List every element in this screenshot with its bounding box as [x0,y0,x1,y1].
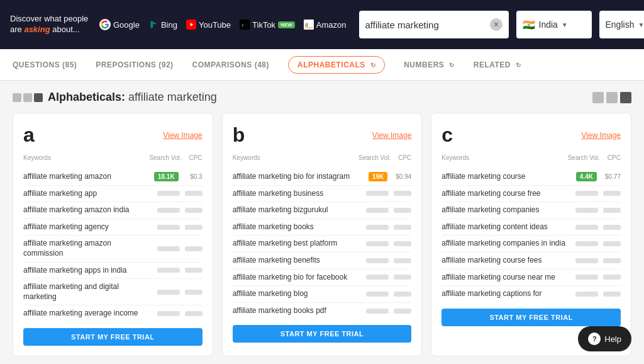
tiktok-icon: ♪ [240,20,250,30]
keyword-row: affiliate marketing companies [441,202,621,219]
language-selector[interactable]: English ▼ [599,11,645,38]
stat-bar [575,191,598,196]
th-searchvol-b: Search Vol. [358,154,391,161]
stat-bar-cpc [394,258,411,263]
view-btn-grid[interactable] [592,92,604,103]
keyword-text: affiliate marketing blog [233,289,367,299]
card-a-view-image[interactable]: View Image [163,131,202,140]
keyword-stats: 4.4K $0.77 [576,172,621,181]
stat-bar-cpc [394,309,411,314]
card-a-letter: a [23,123,35,147]
keyword-stats [157,311,203,316]
stat-bar [157,268,180,273]
stat-bar-cpc [394,292,411,297]
card-b: b View Image Keywords Search Vol. CPC af… [222,113,423,356]
keyword-row: affiliate marketing course near me [441,270,621,287]
tab-comparisons[interactable]: COMPARISONS (48) [192,51,269,79]
engine-tiktok[interactable]: ♪ TikTok NEW [240,20,295,30]
help-button[interactable]: ? Help [578,326,631,351]
th-right-c: Search Vol. CPC [568,154,621,161]
stat-bar-cpc [394,225,411,230]
keyword-stats [366,191,411,196]
tab-numbers[interactable]: NUMBERS ↻ [404,51,455,79]
keyword-stats [366,292,411,297]
stat-bar-cpc [394,191,411,196]
keyword-row: affiliate marketing bio for instagram 19… [233,169,412,186]
youtube-label: YouTube [199,20,231,30]
keyword-row: affiliate marketing amazon 18.1K $0.3 [23,169,203,186]
tab-related[interactable]: RELATED ↻ [474,51,521,79]
keyword-row: affiliate marketing content ideas [441,219,621,236]
keyword-stats [575,225,621,230]
stat-bar [157,246,180,251]
language-name: English [606,20,635,30]
tab-prepositions[interactable]: PREPOSITIONS (92) [96,51,173,79]
square-2 [23,93,32,102]
engine-amazon[interactable]: a Amazon [304,20,347,30]
keyword-row: affiliate marketing bio for facebook [233,270,412,287]
view-btn-list[interactable] [606,92,618,103]
keyword-row: affiliate marketing amazon commission [23,236,203,262]
country-selector[interactable]: 🇮🇳 India ▼ [516,11,592,38]
help-circle-icon: ? [588,333,601,345]
keyword-row: affiliate marketing books [233,219,412,236]
keyword-stats: 18.1K $0.3 [154,172,203,181]
keyword-text: affiliate marketing best platform [233,239,367,249]
stat-bar [157,191,180,196]
stat-bar-cpc [185,225,203,230]
search-input[interactable] [365,20,485,30]
engine-google[interactable]: Google [99,19,140,30]
start-trial-button-c[interactable]: START MY FREE TRIAL [441,309,621,326]
tab-questions[interactable]: QUESTIONS (85) [13,51,77,79]
card-b-table-header: Keywords Search Vol. CPC [233,154,412,164]
stat-bar [575,258,598,263]
stat-bar-cpc [603,191,621,196]
keyword-stats [366,225,411,230]
keyword-stats [157,246,203,251]
start-trial-button-a[interactable]: START MY FREE TRIAL [23,328,203,346]
country-chevron-icon: ▼ [562,21,568,28]
keyword-row: affiliate marketing business [233,186,412,203]
stat-bar-cpc [185,290,203,295]
stat-vol: 19K [369,172,387,181]
view-btn-compact[interactable] [620,92,631,103]
amazon-label: Amazon [316,20,347,30]
keyword-text: affiliate marketing app [23,189,157,199]
section-title-bold: Alphabeticals: affiliate marketing [48,91,217,104]
card-a-header: a View Image [23,123,203,147]
keyword-stats [157,208,203,213]
th-keywords-b: Keywords [233,154,358,161]
stat-bar [366,208,389,213]
youtube-icon [186,20,196,30]
th-keywords-a: Keywords [23,154,149,161]
keyword-stats [157,191,203,196]
stat-bar-cpc [394,241,411,246]
keyword-stats [575,292,621,297]
card-b-view-image[interactable]: View Image [372,131,411,140]
keyword-row: affiliate marketing agency [23,219,203,236]
tab-bar: QUESTIONS (85) PREPOSITIONS (92) COMPARI… [0,49,644,81]
clear-button[interactable]: ✕ [490,18,502,31]
start-trial-button-b[interactable]: START MY FREE TRIAL [233,325,412,343]
card-c-view-image[interactable]: View Image [582,131,621,140]
country-name: India [539,20,558,30]
keyword-text: affiliate marketing books pdf [233,306,367,316]
keyword-stats [575,258,621,263]
keyword-text: affiliate marketing average income [23,309,157,319]
stat-bar-cpc [603,241,621,246]
keyword-row: affiliate marketing amazon india [23,202,203,219]
stat-bar [157,290,180,295]
cards-grid: a View Image Keywords Search Vol. CPC af… [13,113,631,356]
svg-text:a: a [305,21,308,28]
section-keyword: affiliate marketing [128,91,217,103]
card-c-letter: c [441,123,453,147]
amazon-icon: a [304,20,314,30]
keyword-text: affiliate marketing agency [23,222,157,232]
keyword-text: affiliate marketing bio for facebook [233,273,367,283]
bing-icon [148,20,158,30]
tab-alphabeticals[interactable]: ALPHABETICALS ↻ [288,56,385,74]
stat-bar [575,225,598,230]
engine-bing[interactable]: Bing [148,20,177,30]
engine-youtube[interactable]: YouTube [186,20,231,30]
keyword-row: affiliate marketing course fees [441,253,621,270]
